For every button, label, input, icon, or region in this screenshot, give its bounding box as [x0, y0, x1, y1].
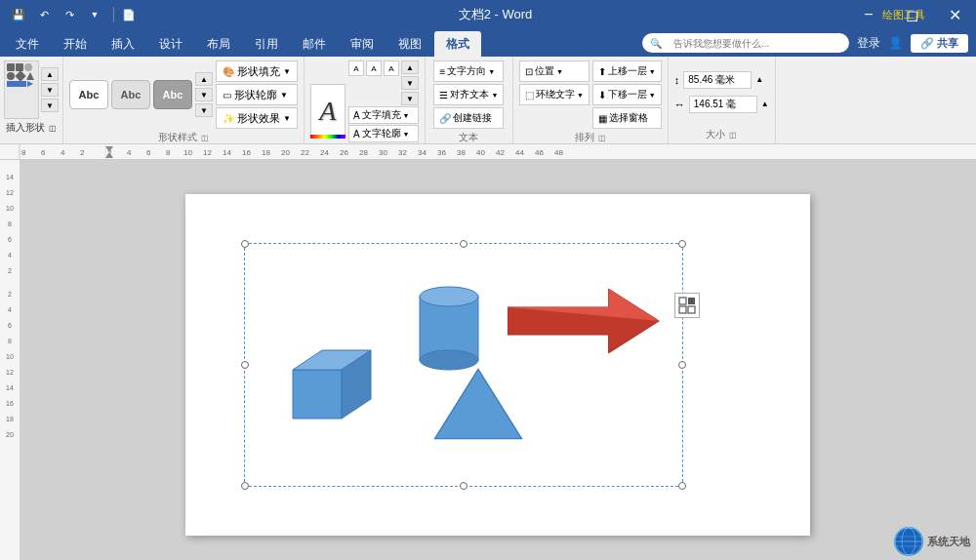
- width-input[interactable]: [689, 96, 757, 113]
- shape-style-expand[interactable]: ◫: [201, 134, 209, 142]
- art-style-letter[interactable]: A: [310, 84, 346, 139]
- canvas-area[interactable]: 系统天地: [20, 160, 976, 560]
- tab-view[interactable]: 视图: [386, 31, 433, 57]
- art-scroll-buttons[interactable]: ▲ ▼ ▼: [401, 60, 419, 105]
- style-swatch-1[interactable]: Abc: [69, 80, 108, 109]
- svg-text:4: 4: [8, 306, 12, 313]
- style-expand[interactable]: ▼: [195, 103, 213, 117]
- horizontal-ruler: 8 6 4 2 2 4 6 8 10 12 14 16 18 20 22 24 …: [0, 144, 976, 160]
- svg-text:28: 28: [359, 148, 368, 157]
- bring-forward-button[interactable]: ⬆ 上移一层 ▼: [592, 60, 662, 82]
- shape-outline-button[interactable]: ▭ 形状轮廓 ▼: [216, 84, 298, 105]
- scroll-up-button[interactable]: ▲: [41, 67, 59, 81]
- tab-references[interactable]: 引用: [243, 31, 290, 57]
- selection-pane-button[interactable]: ▦ 选择窗格: [592, 107, 662, 129]
- title-bar: 💾 ↶ ↷ ▼ 📄 文档2 - Word 绘图工具 − ◻ ✕: [0, 0, 976, 29]
- handle-bottom-right[interactable]: [678, 482, 686, 490]
- svg-text:48: 48: [554, 148, 563, 157]
- layout-popup-button[interactable]: [674, 293, 700, 318]
- align-text-button[interactable]: ☰ 对齐文本 ▼: [433, 84, 504, 105]
- svg-text:18: 18: [262, 148, 270, 157]
- main-area: 14 12 10 8 6 4 2 2 4 6 8 10 12 14 16 18 …: [0, 160, 976, 560]
- tab-design[interactable]: 设计: [147, 31, 194, 57]
- tab-review[interactable]: 审阅: [339, 31, 386, 57]
- style-scroll-buttons[interactable]: ▲ ▼ ▼: [195, 72, 213, 117]
- insert-shape-expand[interactable]: ◫: [49, 124, 57, 133]
- login-button[interactable]: 登录: [857, 35, 880, 52]
- shape-scroll-buttons[interactable]: ▲ ▼ ▼: [41, 67, 59, 112]
- svg-point-60: [420, 287, 478, 306]
- svg-text:10: 10: [183, 148, 192, 157]
- style-swatch-3[interactable]: Abc: [153, 80, 192, 109]
- drawing-tools-label: 绘图工具: [882, 8, 925, 22]
- text-outline-button[interactable]: A 文字轮廓 ▼: [348, 125, 419, 142]
- height-spinner-up[interactable]: ▲: [755, 75, 763, 84]
- undo-icon[interactable]: ↶: [33, 4, 55, 25]
- align-icon: ☰: [439, 90, 448, 100]
- arrange-expand[interactable]: ◫: [598, 134, 606, 142]
- create-link-button[interactable]: 🔗 创建链接: [433, 107, 504, 129]
- svg-text:40: 40: [476, 148, 485, 157]
- svg-text:44: 44: [515, 148, 524, 157]
- svg-text:42: 42: [496, 148, 505, 157]
- text-fill-button[interactable]: A 文字填充 ▼: [348, 106, 419, 124]
- customize-icon[interactable]: ▼: [84, 4, 105, 25]
- size-expand[interactable]: ◫: [729, 131, 737, 140]
- share-button[interactable]: 🔗 共享: [911, 34, 968, 53]
- svg-text:8: 8: [166, 148, 171, 157]
- svg-text:8: 8: [8, 220, 12, 227]
- shape-style-group: Abc Abc Abc ▲ ▼ ▼ 🎨 形状填充 ▼ ▭ 形状轮廓 ▼: [63, 57, 305, 143]
- link-icon: 🔗: [439, 113, 451, 124]
- scroll-down-button[interactable]: ▼: [41, 83, 59, 97]
- redo-icon[interactable]: ↷: [59, 4, 80, 25]
- ribbon-tabs-row: 文件 开始 插入 设计 布局 引用 邮件 审阅 视图 格式 🔍 登录 👤 🔗 共…: [0, 29, 976, 57]
- svg-text:2: 2: [8, 267, 12, 274]
- handle-top-middle[interactable]: [460, 240, 468, 248]
- tab-layout[interactable]: 布局: [195, 31, 242, 57]
- shape-effect-button[interactable]: ✨ 形状效果 ▼: [216, 107, 298, 129]
- wrap-text-button[interactable]: ⬚ 环绕文字 ▼: [519, 84, 590, 105]
- svg-rect-52: [688, 298, 695, 304]
- expand-button[interactable]: ▼: [41, 99, 59, 112]
- text-direction-icon: ≡: [439, 66, 445, 77]
- style-scroll-down[interactable]: ▼: [195, 88, 213, 101]
- width-icon: ↔: [674, 99, 685, 110]
- text-direction-button[interactable]: ≡ 文字方向 ▼: [433, 60, 504, 82]
- search-input[interactable]: [666, 33, 841, 53]
- svg-text:20: 20: [281, 148, 290, 157]
- tab-mailings[interactable]: 邮件: [291, 31, 338, 57]
- triangle-shape[interactable]: [429, 365, 527, 446]
- title-bar-left: 💾 ↶ ↷ ▼ 📄: [0, 4, 143, 25]
- tab-format[interactable]: 格式: [434, 31, 481, 57]
- handle-bottom-left[interactable]: [241, 482, 249, 490]
- svg-text:4: 4: [8, 252, 12, 259]
- word-icon: 📄: [122, 9, 136, 21]
- handle-middle-right[interactable]: [678, 361, 686, 369]
- close-button[interactable]: ✕: [933, 0, 976, 29]
- height-input[interactable]: [683, 71, 752, 89]
- save-icon[interactable]: 💾: [8, 4, 29, 25]
- svg-text:16: 16: [242, 148, 251, 157]
- style-scroll-up[interactable]: ▲: [195, 72, 213, 86]
- svg-text:6: 6: [8, 236, 12, 243]
- send-backward-button[interactable]: ⬇ 下移一层 ▼: [592, 84, 662, 105]
- svg-text:32: 32: [398, 148, 407, 157]
- style-swatch-2[interactable]: Abc: [111, 80, 150, 109]
- handle-middle-left[interactable]: [241, 361, 249, 369]
- svg-marker-61: [435, 369, 522, 438]
- svg-text:14: 14: [6, 174, 14, 180]
- tab-file[interactable]: 文件: [4, 31, 51, 57]
- tabs-left: 文件 开始 插入 设计 布局 引用 邮件 审阅 视图 格式: [0, 29, 481, 57]
- arrow-shape[interactable]: [508, 282, 664, 363]
- bring-forward-icon: ⬆: [598, 66, 606, 77]
- position-button[interactable]: ⊡ 位置 ▼: [519, 60, 590, 82]
- tab-insert[interactable]: 插入: [100, 31, 146, 57]
- cube-shape[interactable]: [273, 331, 381, 441]
- shape-fill-button[interactable]: 🎨 形状填充 ▼: [216, 60, 298, 82]
- svg-text:2: 2: [8, 291, 12, 298]
- handle-bottom-middle[interactable]: [460, 482, 468, 490]
- handle-top-left[interactable]: [241, 240, 249, 248]
- width-spinner-up[interactable]: ▲: [761, 100, 769, 108]
- tab-home[interactable]: 开始: [52, 31, 99, 57]
- handle-top-right[interactable]: [678, 240, 686, 248]
